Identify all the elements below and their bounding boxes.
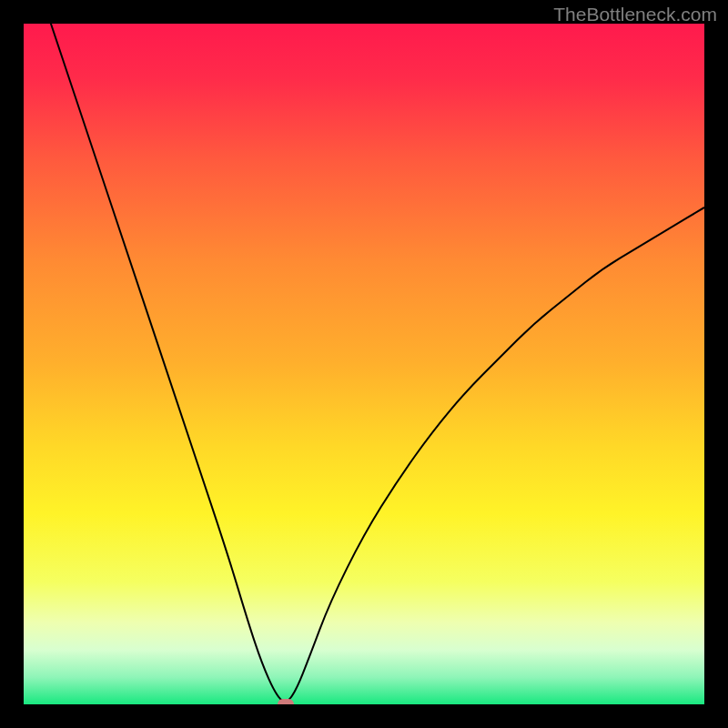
bottleneck-curve [24, 24, 704, 704]
plot-area [24, 24, 704, 704]
watermark-label: TheBottleneck.com [553, 4, 717, 25]
optimal-point-marker [278, 699, 294, 704]
